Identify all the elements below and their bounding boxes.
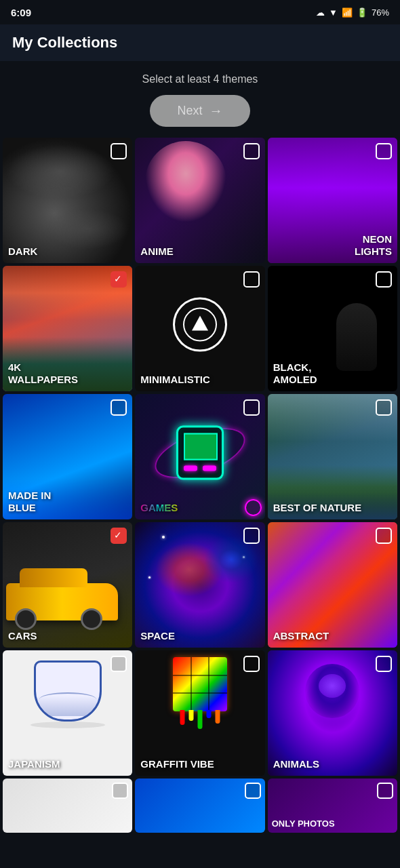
- collection-cars[interactable]: CARS: [3, 522, 132, 648]
- collection-black-amoled[interactable]: BLACK,AMOLED: [268, 266, 397, 391]
- partial-row: ONLY PHOTOS: [0, 778, 400, 835]
- wifi-icon: ▼: [329, 7, 338, 18]
- label-black-amoled: BLACK,AMOLED: [273, 361, 317, 386]
- next-button[interactable]: Next →: [150, 95, 249, 127]
- label-neon-lights: NEONLIGHTS: [355, 233, 392, 258]
- checkbox-black-amoled[interactable]: [376, 271, 392, 288]
- checkbox-space[interactable]: [243, 528, 260, 544]
- collection-made-in-blue[interactable]: MADE INBLUE: [3, 394, 132, 519]
- label-made-in-blue: MADE INBLUE: [8, 490, 51, 514]
- battery-percent: 76%: [372, 7, 389, 18]
- collection-partial-3[interactable]: ONLY PHOTOS: [268, 778, 397, 833]
- collection-graffiti-vibe[interactable]: GRAFFITI VIBE: [135, 650, 264, 776]
- collection-partial-2[interactable]: [135, 778, 264, 833]
- checkbox-minimalistic[interactable]: [243, 271, 260, 288]
- status-bar: 6:09 ☁ ▼ 📶 🔋 76%: [0, 0, 400, 24]
- collection-best-of-nature[interactable]: BEST OF NATURE: [268, 394, 397, 519]
- app-header: My Collections: [0, 24, 400, 61]
- next-button-label: Next: [177, 104, 202, 118]
- label-space: SPACE: [140, 630, 175, 642]
- checkbox-cars[interactable]: [111, 528, 127, 544]
- collection-dark[interactable]: DARK: [3, 138, 132, 263]
- label-best-of-nature: BEST OF NATURE: [273, 502, 362, 514]
- checkbox-partial-2[interactable]: [245, 783, 261, 799]
- label-japanism: JAPANISM: [8, 758, 60, 770]
- checkbox-dark[interactable]: [111, 143, 127, 159]
- label-minimalistic: MINIMALISTIC: [140, 374, 210, 386]
- checkbox-abstract[interactable]: [376, 528, 392, 544]
- checkbox-best-of-nature[interactable]: [376, 399, 392, 416]
- collection-games[interactable]: GAMES: [135, 394, 264, 519]
- checkbox-4k-wallpapers[interactable]: [111, 271, 127, 288]
- checkbox-graffiti-vibe[interactable]: [243, 656, 260, 672]
- collections-grid: DARK ANIME NEONLIGHTS 4KWALLPAPERS MINIM…: [0, 135, 400, 778]
- collection-anime[interactable]: ANIME: [135, 138, 264, 263]
- collection-animals[interactable]: ANIMALS: [268, 650, 397, 776]
- subtitle-area: Select at least 4 themes Next →: [0, 61, 400, 135]
- battery-icon: 🔋: [357, 7, 367, 18]
- checkbox-neon-lights[interactable]: [376, 143, 392, 159]
- status-time: 6:09: [11, 7, 31, 18]
- label-games: GAMES: [140, 502, 178, 514]
- collection-partial-1[interactable]: [3, 778, 132, 833]
- label-animals: ANIMALS: [273, 758, 319, 770]
- page-title: My Collections: [12, 34, 117, 51]
- checkbox-games[interactable]: [243, 399, 260, 416]
- collection-neon-lights[interactable]: NEONLIGHTS: [268, 138, 397, 263]
- collection-minimalistic[interactable]: MINIMALISTIC: [135, 266, 264, 391]
- label-anime: ANIME: [140, 245, 173, 258]
- checkbox-partial-1[interactable]: [112, 783, 128, 799]
- cloud-icon: ☁: [316, 7, 325, 18]
- label-only-photos: ONLY PHOTOS: [272, 818, 335, 829]
- checkbox-partial-3[interactable]: [377, 783, 393, 799]
- checkbox-animals[interactable]: [376, 656, 392, 672]
- label-dark: DARK: [8, 245, 37, 258]
- checkbox-japanism[interactable]: [111, 656, 127, 672]
- label-cars: CARS: [8, 630, 37, 642]
- collection-4k-wallpapers[interactable]: 4KWALLPAPERS: [3, 266, 132, 391]
- label-4k-wallpapers: 4KWALLPAPERS: [8, 361, 78, 386]
- collection-abstract[interactable]: ABSTRACT: [268, 522, 397, 648]
- collection-space[interactable]: SPACE: [135, 522, 264, 648]
- collection-japanism[interactable]: JAPANISM: [3, 650, 132, 776]
- label-abstract: ABSTRACT: [273, 630, 329, 642]
- arrow-icon: →: [209, 103, 223, 119]
- status-icons: ☁ ▼ 📶 🔋 76%: [316, 7, 389, 18]
- label-graffiti-vibe: GRAFFITI VIBE: [140, 758, 214, 770]
- checkbox-anime[interactable]: [243, 143, 260, 159]
- signal-icon: 📶: [342, 7, 353, 18]
- subtitle-text: Select at least 4 themes: [142, 73, 258, 85]
- checkbox-made-in-blue[interactable]: [111, 399, 127, 416]
